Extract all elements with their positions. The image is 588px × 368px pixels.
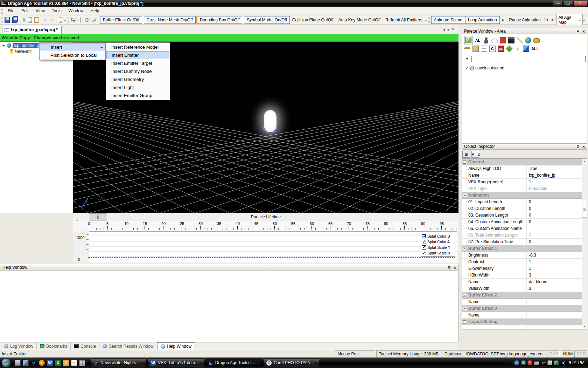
plot-icon[interactable] (472, 46, 479, 52)
symbol-model-toggle[interactable]: Symbol Model On/Off (244, 16, 290, 24)
property-row[interactable]: Name (462, 312, 582, 319)
menu-view[interactable]: View (32, 7, 48, 15)
show-desktop-icon[interactable] (15, 360, 21, 366)
property-row[interactable]: HBlurWidth3 (462, 272, 582, 279)
cutscene-icon[interactable] (508, 37, 514, 43)
document-tab[interactable]: fxp_bonfire_jp.vfxproj * (2, 26, 62, 34)
display-tray-icon[interactable] (534, 361, 539, 365)
tray-expand-icon[interactable]: ‹ (511, 361, 513, 365)
calculator-icon[interactable] (79, 360, 85, 366)
antivirus-tray-icon[interactable] (527, 360, 532, 365)
crust-node-mesh-toggle[interactable]: Crust Node Mesh On/Off (144, 16, 196, 24)
menu-item-insert-dummy-node[interactable]: Insert Dummy Node (106, 67, 169, 75)
refresh-all-emitters-button[interactable]: Refresh All Emitters (383, 16, 425, 23)
animate-scene-toggle[interactable]: Animate Scene (431, 16, 465, 24)
wireless-tray-icon[interactable] (514, 360, 519, 365)
app-tray-icon[interactable] (521, 360, 526, 365)
tab-console[interactable]: Console (71, 342, 99, 350)
play-animation-icon[interactable]: ► (501, 18, 505, 22)
speaker-tray-icon[interactable]: ◄) (561, 360, 566, 365)
scroll-down-icon[interactable]: ▼ (582, 324, 587, 329)
palette-item-label[interactable]: caveincutscene (475, 66, 504, 70)
monster-icon[interactable] (500, 37, 506, 43)
taskbar-button-corel[interactable]: C Corel PHOTO-PAIN... (264, 359, 319, 367)
property-row[interactable]: 03. Cessation Length0 (462, 212, 582, 219)
auto-key-mode-toggle[interactable]: Auto Key Mode On/Off (336, 16, 383, 23)
taskbar-button-word-doc[interactable]: W VFX_Tut_p1v1.docx ... (148, 359, 204, 367)
category-row[interactable]: Buffer Effect 1 (462, 245, 582, 252)
move-tool-icon[interactable] (77, 17, 83, 23)
menu-item-insert-light[interactable]: Insert Light (106, 83, 169, 91)
menu-item-insert-reference-model[interactable]: Insert Reference Model (106, 43, 169, 51)
property-row[interactable]: 04. Custom Animation Length0 (462, 219, 582, 225)
tab-bookmarks[interactable]: Bookmarks (37, 342, 71, 350)
tab-scroll-left-icon[interactable]: ◄ (442, 28, 447, 32)
palette-filter-dropdown-icon[interactable]: ▼ (464, 56, 470, 61)
toolbar-overflow-icon[interactable] (583, 18, 585, 22)
property-row[interactable]: GlowIntensity1 (462, 265, 582, 272)
menu-item-insert-geometry[interactable]: Insert Geometry (106, 75, 169, 83)
property-row[interactable]: Contrast1 (462, 259, 582, 265)
undo-icon[interactable]: ↶ (43, 17, 48, 23)
media-player-icon[interactable]: ► (39, 360, 45, 366)
redo-icon[interactable]: ↷ (49, 17, 54, 23)
palette-search-input[interactable] (471, 56, 586, 62)
music-icon[interactable]: ♪ (514, 46, 521, 52)
property-row[interactable]: VFX Range(meter)1 (462, 179, 582, 185)
category-row[interactable]: Buffer Effect 2 (462, 292, 582, 299)
skip-to-start-icon[interactable]: ⦙◄ (544, 18, 549, 22)
copy-icon[interactable] (28, 17, 32, 23)
category-row[interactable]: Buffer Effect 3 (462, 305, 582, 312)
skip-to-end-icon[interactable]: ►⦙ (551, 18, 555, 22)
scroll-thumb[interactable] (582, 201, 587, 218)
menu-item-insert[interactable]: Insert (40, 43, 105, 51)
menu-item-insert-emitter-target[interactable]: Insert Emitter Target (106, 59, 169, 67)
splat-color-b-checkbox[interactable] (422, 234, 426, 238)
age-map-select[interactable]: All Age Map (556, 14, 583, 26)
collapse-icon[interactable] (463, 194, 466, 197)
placeable-icon[interactable] (464, 46, 470, 52)
tab-scroll-right-icon[interactable]: ► (447, 28, 452, 32)
alphabetical-sort-icon[interactable]: A→Z (471, 151, 479, 158)
current-frame-box[interactable]: 0 (89, 213, 107, 220)
property-row[interactable]: Nameda_bloom (462, 279, 582, 285)
menu-file[interactable]: File (4, 7, 18, 15)
buffer-effect-toggle[interactable]: Buffer Effect On/Off (100, 16, 142, 24)
help-doc-icon[interactable]: ? (71, 360, 77, 366)
splat-color-a-checkbox[interactable] (422, 240, 426, 244)
select-tool-icon[interactable] (71, 17, 76, 23)
property-row[interactable]: 02. Duration Length0 (462, 205, 582, 212)
sound-stage-icon[interactable] (498, 46, 504, 52)
save-icon[interactable] (5, 17, 10, 23)
tab-search-results[interactable]: i Search Results Window (99, 342, 157, 350)
collapse-icon[interactable] (463, 161, 466, 164)
inspector-scrollbar[interactable]: ▲ ▼ (582, 159, 587, 329)
merchant-icon[interactable] (533, 38, 540, 43)
collapse-icon[interactable] (463, 294, 466, 297)
menu-item-insert-emitter[interactable]: Insert Emitter (106, 51, 169, 59)
word-icon[interactable]: W (47, 360, 53, 366)
pin-icon[interactable] (577, 30, 579, 32)
maximize-button[interactable]: ❐ (563, 1, 573, 6)
conversation-icon[interactable] (491, 39, 498, 43)
collision-plane-toggle[interactable]: Collision Plane On/Off (290, 16, 336, 23)
property-row[interactable]: VBlurWidth3 (462, 285, 582, 292)
close-panel-icon[interactable] (582, 144, 585, 149)
area-list-icon[interactable]: AL (475, 37, 481, 43)
tab-log-window[interactable]: i Log Window (1, 342, 37, 350)
close-panel-icon[interactable] (453, 265, 456, 270)
property-row[interactable]: Always High LODTrue (462, 165, 582, 172)
cut-icon[interactable] (21, 17, 26, 23)
palette-tree-item[interactable]: ✓ caveincutscene (465, 66, 586, 70)
palette-filter-area-selected[interactable] (464, 36, 472, 45)
close-panel-icon[interactable] (582, 29, 585, 34)
close-button[interactable]: × (573, 1, 587, 6)
categorized-view-icon[interactable]: ▦ (462, 151, 470, 158)
tab-close-icon[interactable]: × (452, 27, 456, 32)
menu-tools[interactable]: Tools (48, 7, 65, 15)
script-icon[interactable] (481, 46, 487, 52)
emitters-dropdown-icon[interactable] (425, 18, 427, 22)
trigger-icon[interactable] (506, 45, 513, 52)
save-all-icon[interactable] (12, 17, 18, 23)
taskbar-button-neverwinter[interactable]: e Neverwinter Nights:... (91, 359, 146, 367)
